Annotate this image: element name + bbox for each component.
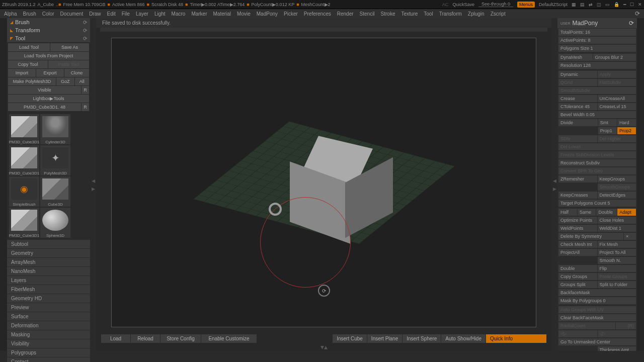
right-panel-header[interactable]: USER MadPony ⟳ [557,18,637,28]
menu-alpha[interactable]: Alpha [4,11,17,17]
copy-tool-button[interactable]: Copy Tool [8,60,48,68]
acc-arraymesh[interactable]: ArrayMesh [7,258,90,267]
copy-groups-button[interactable]: Copy Groups [558,273,597,280]
defaultzscript-button[interactable]: DefaultZScript [539,2,568,7]
bottom-handle-icon[interactable]: ▾▴ [96,343,551,351]
zremesher-button[interactable]: ZRemesher [558,175,597,183]
acc-contact[interactable]: Contact [7,357,90,362]
smoothgroups-button[interactable]: SmoothGroups [598,184,636,191]
apply-button[interactable]: Apply [598,71,636,78]
swatch-polymesh3d[interactable]: ✦PolyMesh3D [40,145,70,175]
menu-draw[interactable]: Draw [89,11,101,17]
swatch-simplebrush[interactable]: ◉SimpleBrush [9,176,39,207]
bevel-width-slider[interactable]: Bevel Width 0.05 [558,111,636,118]
save-as-button[interactable]: Save As [50,43,89,51]
load-button[interactable]: Load [101,334,130,343]
r-button[interactable]: R [82,86,89,94]
groups-split-button[interactable]: Groups Split [558,281,597,288]
window2-icon[interactable]: ▭ [605,2,610,7]
tool-section-header[interactable]: ◤ Tool ⟳ [7,34,90,42]
menu-document[interactable]: Document [60,11,84,17]
prop2-button[interactable]: Prop2 [617,127,636,134]
menu-material[interactable]: Material [213,11,231,17]
swatch-cylinder3d[interactable]: Cylinder3D [40,114,70,144]
menu-zplugin[interactable]: Zplugin [468,11,485,17]
load-project-button[interactable]: Load Tools From Project [8,52,89,60]
acc-fibermesh[interactable]: FiberMesh [7,285,90,294]
sz2-icon[interactable]: ›Z‹ [598,330,636,337]
menu-tool[interactable]: Tool [424,11,433,17]
sdiv-slider[interactable]: SDiv [558,135,597,142]
menu-stencil[interactable]: Stencil [360,11,375,17]
current-tool-label[interactable]: PM3D_Cube3D1. 48 [8,103,81,111]
right-refresh-icon[interactable]: ⟳ [629,20,634,27]
acc-layers[interactable]: Layers [7,276,90,285]
clear-backface-button[interactable]: Clear BackFaceMask [558,314,636,321]
r2-button[interactable]: R [82,103,89,111]
double2-button[interactable]: Double [558,265,597,272]
seethrough-slider[interactable]: See-through 0 [478,2,513,7]
delete-by-symmetry-button[interactable]: Delete By Symmetry [558,233,623,240]
freeze-subdiv-button[interactable]: Freeze SubDivision Levels [558,151,636,158]
menu-macro[interactable]: Macro [172,11,186,17]
project-to-all-button[interactable]: Project To All [598,249,636,256]
rotate-gizmo-icon[interactable]: ⟳ [318,285,330,297]
viewport[interactable]: ⟳ [111,38,536,327]
transform-section-header[interactable]: ◣ Transform ⟳ [7,26,90,34]
smt-button[interactable]: Smt [598,119,617,126]
auto-groups-uv-button[interactable]: Auto Groups With UV [558,306,636,313]
dynamic-button[interactable]: Dynamic [558,71,597,78]
quicksave-button[interactable]: QuickSave [452,2,474,7]
convert-bpr-button[interactable]: Convert BPR To Geo [558,167,636,174]
backfacemask-button[interactable]: BackfaceMask [558,289,636,296]
menu-movie[interactable]: Movie [237,11,251,17]
minimize-icon[interactable]: ━ [623,2,626,7]
mask-by-polygroups-slider[interactable]: Mask By Polygroups 0 [558,297,636,304]
ctolerance-slider[interactable]: CTolerance 45 [558,103,597,110]
lightbox-tools-button[interactable]: Lightbox▶Tools [8,95,89,103]
projectall-button[interactable]: ProjectAll [558,249,597,256]
goz-button[interactable]: GoZ [56,77,74,85]
acc-deformation[interactable]: Deformation [7,321,90,330]
menu-layer[interactable]: Layer [136,11,148,17]
resolution-slider[interactable]: Resolution 128 [558,62,636,69]
menu-light[interactable]: Light [154,11,166,17]
menu-texture[interactable]: Texture [401,11,418,17]
hard-button[interactable]: Hard [617,119,636,126]
maximize-icon[interactable]: ☐ [630,2,634,7]
check-mesh-button[interactable]: Check Mesh Int [558,241,597,248]
same-button[interactable]: Same [578,209,596,216]
divide-button[interactable]: Divide [558,119,598,126]
menu-file[interactable]: File [122,11,130,17]
smooth-n-button[interactable]: Smooth N. [598,257,636,264]
menu-brush[interactable]: Brush [23,11,36,17]
load-tool-button[interactable]: Load Tool [8,43,50,51]
menu-madpony[interactable]: MadPony [257,11,278,17]
paste-groups-button[interactable]: Paste Groups [598,273,636,280]
flatsubdiv-button[interactable]: FlatSubdiv [598,79,636,86]
symmetry-x-icon[interactable]: × [624,233,636,240]
store-config-button[interactable]: Store Config [160,334,201,343]
flip-button[interactable]: Flip [598,265,636,272]
lock-icon[interactable]: 🔒 [614,2,619,7]
insert-sphere-button[interactable]: Insert Sphere [403,334,441,343]
target-polycount-slider[interactable]: Target Polygons Count 5 [558,200,636,207]
acc-subtool[interactable]: Subtool [7,240,90,249]
brush-refresh-icon[interactable]: ⟳ [83,20,87,25]
all-button[interactable]: All [75,77,89,85]
layout-icon[interactable]: ▦ [572,2,576,7]
arrows-icon[interactable]: ⇄ [589,2,593,7]
creaselvl-slider[interactable]: CreaseLvl 15 [598,103,636,110]
swatch-cube3d[interactable]: Cube3D [40,176,70,207]
make-polymesh-button[interactable]: Make PolyMesh3D [8,77,56,85]
double-button[interactable]: Double [596,209,617,216]
smoothsubdiv-button[interactable]: SmoothSubdiv [558,87,636,94]
qgrid-button[interactable]: QGrid [558,79,597,86]
refresh-icon[interactable]: ⟳ [635,10,640,17]
split-to-folder-button[interactable]: Split to Folder [598,281,636,288]
close-holes-button[interactable]: Close Holes [598,217,636,224]
acc-geometryhd[interactable]: Geometry HD [7,294,90,303]
acc-geometry[interactable]: Geometry [7,249,90,258]
swatch-pm3d-cube3[interactable]: PM3D_Cube3D1 [9,208,39,238]
menu-color[interactable]: Color [42,11,54,17]
